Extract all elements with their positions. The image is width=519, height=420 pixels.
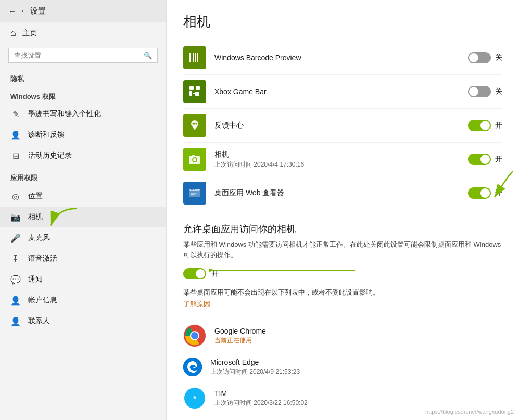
home-icon: ⌂ [10, 28, 16, 39]
svg-point-24 [192, 189, 193, 190]
svg-point-35 [183, 358, 202, 376]
back-button[interactable]: ← ← 设置 [0, 0, 166, 22]
svg-point-23 [191, 189, 192, 190]
camera-label: 相机 [28, 212, 43, 222]
mic-icon: 🎤 [10, 233, 21, 243]
activity-label: 活动历史记录 [28, 151, 72, 160]
chrome-info: Google Chrome 当前正在使用 [214, 327, 502, 345]
app-row-barcode: Windows Barcode Preview 关 [183, 41, 502, 75]
feedback-toggle[interactable] [468, 120, 491, 131]
search-icon: 🔍 [144, 52, 152, 59]
svg-point-34 [191, 332, 198, 339]
sidebar-item-account[interactable]: 👤 帐户信息 [0, 290, 166, 311]
contacts-icon: 👤 [10, 316, 21, 326]
notify-label: 通知 [28, 275, 43, 284]
page-title: 相机 [183, 12, 502, 31]
app-perms-label: 应用权限 [0, 166, 166, 186]
camera-app-icon [183, 148, 206, 171]
svg-text:*: * [193, 394, 197, 403]
xbox-toggle[interactable] [468, 86, 491, 97]
camera-app-name: 相机 [214, 150, 468, 159]
main-content: 相机 Windows Barcode Preview 关 [167, 0, 519, 420]
svg-point-25 [194, 189, 195, 190]
home-nav-item[interactable]: ⌂ 主页 [0, 22, 166, 44]
diag-icon: 👤 [10, 130, 21, 140]
search-input[interactable] [14, 52, 144, 59]
app-list-item-edge: Microsoft Edge 上次访问时间 2020/4/9 21:53:23 [183, 352, 502, 381]
sidebar-item-ink[interactable]: ✎ 墨迹书写和键入个性化 [0, 104, 166, 124]
xbox-toggle-label: 关 [495, 87, 502, 96]
edge-sub: 上次访问时间 2020/4/9 21:53:23 [210, 367, 502, 376]
camera-toggle-label: 开 [495, 155, 502, 164]
barcode-info: Windows Barcode Preview [214, 54, 468, 62]
sidebar-item-voice[interactable]: 🎙 语音激活 [0, 248, 166, 269]
tim-name: TIM [214, 389, 502, 398]
main-toggle-row: 开 [183, 268, 502, 279]
sidebar-item-activity[interactable]: ⊟ 活动历史记录 [0, 145, 166, 166]
app-row-webviewer: 桌面应用 Web 查看器 开 [183, 176, 502, 210]
app-row-xbox: Xbox Game Bar 关 [183, 75, 502, 109]
xbox-name: Xbox Game Bar [214, 87, 468, 96]
search-box[interactable]: 🔍 [8, 48, 158, 63]
edge-name: Microsoft Edge [210, 358, 502, 366]
xbox-toggle-container[interactable]: 关 [468, 86, 502, 97]
svg-rect-5 [197, 53, 198, 62]
svg-rect-10 [195, 92, 199, 96]
ink-label: 墨迹书写和键入个性化 [28, 109, 101, 119]
sidebar-item-mic[interactable]: 🎤 麦克风 [0, 227, 166, 248]
webviewer-toggle-container[interactable]: 开 [468, 187, 502, 199]
webviewer-toggle-label: 开 [495, 188, 502, 198]
notify-icon: 💬 [10, 274, 21, 285]
back-arrow-icon: ← [8, 7, 16, 16]
camera-sidebar-icon: 📷 [10, 212, 21, 222]
svg-rect-27 [191, 194, 195, 195]
webviewer-toggle[interactable] [468, 187, 491, 199]
diag-label: 诊断和反馈 [28, 130, 65, 139]
contacts-label: 联系人 [28, 316, 50, 326]
webviewer-name: 桌面应用 Web 查看器 [214, 188, 468, 198]
chrome-app-icon [183, 324, 206, 347]
svg-rect-4 [195, 53, 196, 62]
sidebar-item-location[interactable]: ◎ 位置 [0, 186, 166, 207]
feedback-info: 反馈中心 [214, 121, 468, 130]
camera-toggle-container[interactable]: 开 [468, 154, 502, 165]
barcode-toggle[interactable] [468, 52, 491, 63]
svg-rect-6 [199, 53, 199, 62]
barcode-name: Windows Barcode Preview [214, 54, 468, 62]
learn-more-link[interactable]: 了解原因 [183, 299, 210, 309]
sidebar-item-notify[interactable]: 💬 通知 [0, 269, 166, 290]
svg-rect-8 [189, 91, 192, 96]
svg-point-15 [194, 123, 196, 125]
activity-icon: ⊟ [10, 150, 21, 161]
main-desktop-toggle[interactable] [183, 268, 206, 279]
edge-app-icon [183, 358, 202, 376]
svg-rect-26 [191, 193, 197, 194]
svg-rect-11 [196, 86, 200, 90]
chrome-name: Google Chrome [214, 327, 502, 335]
barcode-icon [183, 46, 206, 69]
desktop-apps-title: 允许桌面应用访问你的相机 [183, 223, 502, 235]
location-label: 位置 [28, 192, 43, 201]
account-label: 帐户信息 [28, 296, 57, 305]
main-toggle-label: 开 [211, 269, 219, 278]
ink-icon: ✎ [10, 109, 21, 119]
svg-rect-2 [192, 53, 192, 62]
webviewer-info: 桌面应用 Web 查看器 [214, 188, 468, 198]
camera-toggle[interactable] [468, 154, 491, 165]
windows-perms-label: Windows 权限 [0, 87, 166, 104]
svg-point-19 [193, 158, 196, 161]
barcode-toggle-container[interactable]: 关 [468, 52, 502, 63]
app-row-camera: 相机 上次访问时间 2020/4/4 17:30:16 开 [183, 143, 502, 176]
sidebar-item-contacts[interactable]: 👤 联系人 [0, 311, 166, 332]
voice-icon: 🎙 [10, 253, 21, 264]
barcode-toggle-label: 关 [495, 53, 502, 62]
camera-app-sub: 上次访问时间 2020/4/4 17:30:16 [214, 160, 468, 169]
chrome-sub: 当前正在使用 [214, 336, 502, 345]
sidebar-item-camera[interactable]: 📷 相机 [0, 207, 166, 227]
svg-rect-20 [192, 155, 195, 157]
sidebar-item-diag[interactable]: 👤 诊断和反馈 [0, 124, 166, 145]
edge-info: Microsoft Edge 上次访问时间 2020/4/9 21:53:23 [210, 358, 502, 376]
app-list-item-chrome: Google Chrome 当前正在使用 [183, 319, 502, 352]
feedback-toggle-container[interactable]: 开 [468, 120, 502, 131]
account-icon: 👤 [10, 295, 21, 306]
